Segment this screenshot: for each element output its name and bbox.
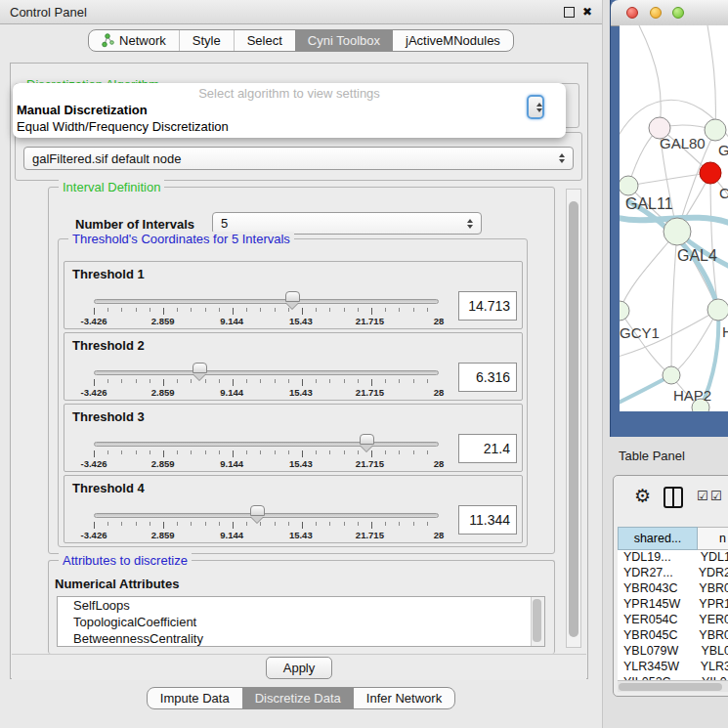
tab-infer-network[interactable]: Infer Network xyxy=(354,688,454,708)
list-item[interactable]: TopologicalCoefficient xyxy=(58,614,544,630)
control-panel-titlebar: Control Panel ✖ xyxy=(0,0,602,24)
slider-handle[interactable] xyxy=(250,505,265,516)
spinner-arrows-icon xyxy=(559,153,565,163)
node-label-hap2: HAP2 xyxy=(673,387,711,404)
node-hap2[interactable] xyxy=(663,366,680,384)
slider-track[interactable] xyxy=(94,370,439,375)
numerical-attributes-list: SelfLoops TopologicalCoefficient Between… xyxy=(57,596,545,647)
column-header-shared[interactable]: shared... xyxy=(618,527,698,550)
table-row[interactable]: YDR27...YDR2 xyxy=(618,566,728,581)
table-row[interactable]: YER054CYER0 xyxy=(618,613,728,628)
table-data-combo[interactable]: galFiltered.sif default node xyxy=(23,147,574,170)
table-row[interactable]: YLR345WYLR3 xyxy=(618,660,728,675)
network-view-window: GAL80 GA C GAL11 GAL4 GCY1 H HAP2 xyxy=(610,0,728,437)
slider-track[interactable] xyxy=(94,299,439,304)
checkbox-icon[interactable]: ☑ xyxy=(697,489,708,503)
slider-ticks xyxy=(94,379,440,386)
spinner-arrows-icon xyxy=(467,219,473,229)
thresholds-title: Threshold's Coordinates for 5 Intervals xyxy=(68,232,294,246)
window-title: Control Panel xyxy=(0,5,87,20)
table-columns-icon[interactable] xyxy=(664,487,683,508)
node-gal11[interactable] xyxy=(620,176,638,195)
threshold-2-slider[interactable]: -3.426 2.859 9.144 15.43 21.715 28 xyxy=(64,333,522,400)
column-header-name[interactable]: n xyxy=(698,527,728,550)
popup-item-manual-discretization[interactable]: Manual Discretization xyxy=(17,103,148,117)
node-label-gal80: GAL80 xyxy=(660,135,706,151)
threshold-4-row: Threshold 4 -3.426 2.859 9.144 15.43 21.… xyxy=(64,475,523,543)
table-row[interactable]: YBR043CYBR0 xyxy=(618,581,728,597)
algorithm-combo-arrow-button[interactable] xyxy=(527,95,544,119)
list-item[interactable]: BetweennessCentrality xyxy=(58,630,544,647)
close-traffic-light-icon[interactable] xyxy=(626,7,638,19)
number-of-intervals-label: Number of Intervals xyxy=(75,217,194,232)
node-label-gal4: GAL4 xyxy=(677,247,717,265)
algorithm-placeholder: Select algorithm to view settings xyxy=(13,86,566,101)
popup-item-equal-width-frequency[interactable]: Equal Width/Frequency Discretization xyxy=(17,119,229,134)
threshold-3-value-field[interactable]: 21.4 xyxy=(458,434,517,463)
table-row[interactable]: YDL19...YDL1 xyxy=(618,550,728,566)
table-horizontal-scrollbar[interactable] xyxy=(618,680,728,692)
control-panel-window: Control Panel ✖ Network Style Select Cyn… xyxy=(0,0,603,728)
table-data-group: Table Data galFiltered.sif default node xyxy=(15,132,582,181)
apply-button[interactable]: Apply xyxy=(266,657,332,679)
threshold-1-slider[interactable]: -3.426 2.859 9.144 15.43 21.715 28 xyxy=(64,262,522,328)
zoom-traffic-light-icon[interactable] xyxy=(672,7,684,19)
table-row[interactable]: YBL079WYBL0 xyxy=(618,644,728,660)
threshold-4-value-field[interactable]: 11.344 xyxy=(458,505,517,535)
tab-discretize-data[interactable]: Discretize Data xyxy=(242,688,354,708)
table-panel: ⚙ ☑ ☑ shared... n YDL19...YDL1 YDR27...Y… xyxy=(613,475,728,697)
numerical-attributes-label: Numerical Attributes xyxy=(55,577,179,591)
threshold-2-value-field[interactable]: 6.316 xyxy=(458,363,517,392)
threshold-4-slider[interactable]: -3.426 2.859 9.144 15.43 21.715 28 xyxy=(64,476,522,542)
bottom-tab-bar: Impute Data Discretize Data Infer Networ… xyxy=(147,687,455,709)
node-label-h: H xyxy=(722,323,728,340)
tab-impute-data[interactable]: Impute Data xyxy=(148,688,242,708)
gear-icon[interactable]: ⚙ xyxy=(634,485,651,507)
minimize-traffic-light-icon[interactable] xyxy=(650,7,662,19)
tab-cyni-toolbox[interactable]: Cyni Toolbox xyxy=(295,30,393,51)
attributes-group: Attributes to discretize Numerical Attri… xyxy=(48,560,555,654)
slider-handle[interactable] xyxy=(193,363,207,373)
threshold-1-value-field[interactable]: 14.713 xyxy=(458,291,517,321)
slider-track[interactable] xyxy=(94,442,439,447)
apply-strip: Apply xyxy=(12,654,586,680)
slider-track[interactable] xyxy=(94,513,439,518)
interval-definition-title: Interval Definition xyxy=(59,180,164,194)
slider-ticks xyxy=(94,308,440,315)
network-canvas[interactable]: GAL80 GA C GAL11 GAL4 GCY1 H HAP2 xyxy=(620,25,728,411)
close-icon[interactable]: ✖ xyxy=(582,6,592,18)
node-label-cut-c: C xyxy=(719,185,728,201)
list-item[interactable]: SelfLoops xyxy=(58,597,544,614)
node-gal4[interactable] xyxy=(664,218,691,245)
tab-jactivemnodules[interactable]: jActiveMNodules xyxy=(393,30,513,51)
attributes-title: Attributes to discretize xyxy=(59,553,192,568)
threshold-3-row: Threshold 3 -3.426 2.859 9.144 15.43 21.… xyxy=(64,404,523,472)
float-window-icon[interactable] xyxy=(564,7,575,18)
node-label-gal11: GAL11 xyxy=(625,195,673,213)
slider-handle[interactable] xyxy=(360,434,374,445)
threshold-1-row: Threshold 1 -3.426 2.859 9.144 15.43 21.… xyxy=(64,261,523,329)
tab-select[interactable]: Select xyxy=(234,30,295,51)
table-row[interactable]: YBR045CYBR0 xyxy=(618,628,728,644)
table-row[interactable]: YPR145WYPR1 xyxy=(618,597,728,613)
list-scrollbar[interactable] xyxy=(531,597,544,646)
panel-scrollbar[interactable] xyxy=(566,189,581,648)
thresholds-group: Threshold's Coordinates for 5 Intervals … xyxy=(58,238,528,547)
spinner-arrows-icon xyxy=(536,103,542,112)
slider-ticks xyxy=(94,450,440,457)
table-panel-title: Table Panel xyxy=(619,449,685,463)
node-h[interactable] xyxy=(707,299,728,321)
node-label-cut-ga: GA xyxy=(718,142,728,158)
node-table: YDL19...YDL1 YDR27...YDR2 YBR043CYBR0 YP… xyxy=(618,550,728,680)
top-tab-bar: Network Style Select Cyni Toolbox jActiv… xyxy=(88,29,514,52)
node-red-selected[interactable] xyxy=(700,162,721,184)
cyni-toolbox-panel: Discretization Algorithm Select algorith… xyxy=(10,63,588,679)
node-top-right[interactable] xyxy=(705,119,726,141)
checkbox-icon[interactable]: ☑ xyxy=(710,489,722,503)
node-gcy1[interactable] xyxy=(620,301,629,321)
tab-network[interactable]: Network xyxy=(89,30,179,51)
tab-style[interactable]: Style xyxy=(179,30,234,51)
slider-handle[interactable] xyxy=(285,291,300,302)
algorithm-dropdown-popup: Select algorithm to view settings Manual… xyxy=(13,83,566,138)
threshold-3-slider[interactable]: -3.426 2.859 9.144 15.43 21.715 28 xyxy=(64,405,522,471)
